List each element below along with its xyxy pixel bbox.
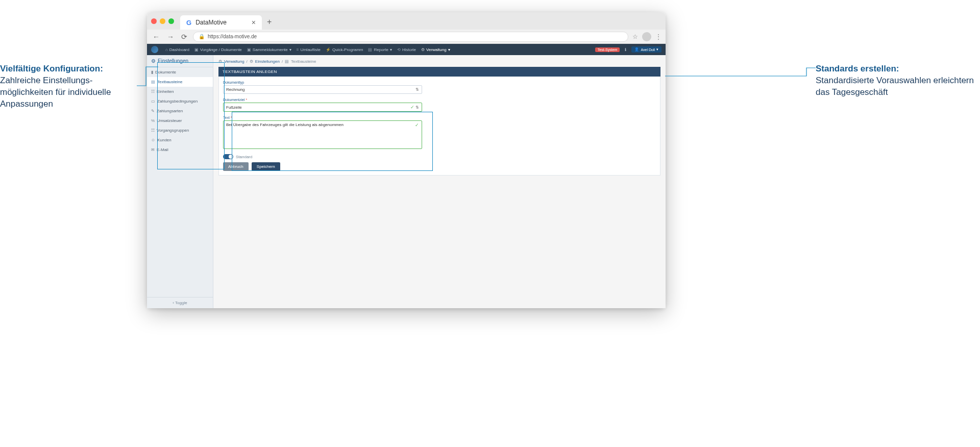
users-icon: ☺ bbox=[151, 138, 155, 142]
url-input[interactable]: 🔒 https://data-motive.de bbox=[193, 32, 628, 42]
cancel-button[interactable]: Abbruch bbox=[223, 162, 249, 171]
browser-titlebar: G DataMotive × + bbox=[147, 12, 666, 30]
panel-body: Dokumenttyp Rechnung ⇅ Dokumentziel * Fu… bbox=[218, 77, 660, 176]
app-logo-icon[interactable] bbox=[151, 46, 158, 53]
lock-icon: 🔒 bbox=[199, 34, 205, 39]
chevron-down-icon: ⇅ bbox=[415, 87, 419, 92]
sidebar-item-dokumente[interactable]: ▮Dokumente bbox=[147, 67, 213, 77]
favicon-icon: G bbox=[186, 19, 191, 27]
text-icon: ▤ bbox=[151, 80, 155, 84]
sidebar-item-kunden[interactable]: ☺Kunden bbox=[147, 135, 213, 145]
browser-urlbar: ← → ⟳ 🔒 https://data-motive.de ☆ ⋮ bbox=[147, 30, 666, 44]
nav-verwaltung[interactable]: ⚙Verwaltung ▾ bbox=[421, 47, 450, 52]
user-icon: 👤 bbox=[634, 47, 639, 52]
save-button[interactable]: Speichern bbox=[252, 162, 280, 171]
browser-tab[interactable]: G DataMotive × bbox=[180, 15, 262, 30]
text-textarea[interactable] bbox=[223, 120, 422, 149]
chevron-down-icon: ⇅ bbox=[415, 105, 419, 110]
menu-icon[interactable]: ⋮ bbox=[655, 33, 662, 40]
gear-icon: ⚙ bbox=[151, 58, 156, 64]
star-icon[interactable]: ☆ bbox=[632, 33, 638, 40]
payment-icon: ✎ bbox=[151, 109, 155, 113]
sidebar-title: ⚙ Einstellungen bbox=[147, 55, 213, 67]
tab-title: DataMotive bbox=[195, 19, 227, 26]
gear-icon: ⚙ bbox=[250, 59, 253, 64]
minimize-window-icon[interactable] bbox=[160, 18, 165, 24]
url-text: https://data-motive.de bbox=[208, 34, 257, 39]
sidebar-item-zahlungsbedingungen[interactable]: ▭Zahlungsbedingungen bbox=[147, 96, 213, 106]
app-navbar: ⌂Dashboard ▣Vorgänge / Dokumente ▣Sammel… bbox=[147, 44, 666, 55]
standard-label: Standard bbox=[236, 155, 252, 159]
reload-icon[interactable]: ⟳ bbox=[180, 33, 189, 41]
annotation-left-title: Vielfältige Konfiguration: bbox=[0, 64, 103, 73]
folder-icon: ▣ bbox=[194, 47, 199, 52]
panel-header: TEXTBAUSTEIN ANLEGEN bbox=[218, 67, 660, 77]
units-icon: ☷ bbox=[151, 89, 155, 94]
standard-toggle[interactable] bbox=[223, 154, 233, 159]
main-content: ⚙ Verwaltung / ⚙ Einstellungen / ▤ Textb… bbox=[213, 55, 666, 308]
cogs-icon: ⚙ bbox=[421, 47, 425, 52]
sidebar-item-email[interactable]: ✉E-Mail bbox=[147, 145, 213, 155]
group-icon: ☷ bbox=[151, 128, 155, 133]
percent-icon: % bbox=[151, 118, 155, 123]
chart-icon: ▤ bbox=[368, 47, 372, 52]
browser-window: G DataMotive × + ← → ⟳ 🔒 https://data-mo… bbox=[147, 12, 666, 308]
dashboard-icon: ⌂ bbox=[165, 47, 168, 52]
annotation-right: Standards erstellen: Standardisierte Vor… bbox=[816, 63, 974, 98]
annotation-right-body: Standardisierte Vorauswahlen erleichtern… bbox=[816, 76, 974, 97]
card-icon: ▭ bbox=[151, 99, 155, 104]
folder-icon: ▣ bbox=[247, 47, 251, 52]
nav-sammeldokumente[interactable]: ▣Sammeldokumente ▾ bbox=[247, 47, 291, 52]
dokumentziel-select[interactable]: Fußzeile ✓ ⇅ bbox=[223, 103, 422, 112]
breadcrumb: ⚙ Verwaltung / ⚙ Einstellungen / ▤ Textb… bbox=[218, 59, 660, 64]
window-controls[interactable] bbox=[151, 18, 174, 24]
sidebar-item-einheiten[interactable]: ☷Einheiten bbox=[147, 87, 213, 96]
nav-quickprogramm[interactable]: ⚡Quick-Programm bbox=[326, 47, 363, 52]
file-icon: ▮ bbox=[151, 70, 153, 74]
back-icon[interactable]: ← bbox=[151, 33, 161, 41]
cogs-icon: ⚙ bbox=[218, 59, 222, 64]
sidebar-toggle[interactable]: ‹ Toggle bbox=[147, 297, 213, 308]
nav-vorgaenge[interactable]: ▣Vorgänge / Dokumente bbox=[194, 47, 242, 52]
new-tab-icon[interactable]: + bbox=[267, 17, 272, 27]
check-icon: ✓ bbox=[410, 105, 414, 110]
sidebar-item-zahlungsarten[interactable]: ✎Zahlungsarten bbox=[147, 106, 213, 116]
forward-icon[interactable]: → bbox=[165, 33, 176, 41]
test-system-badge: Test-System bbox=[595, 47, 620, 52]
settings-sidebar: ⚙ Einstellungen ▮Dokumente ▤Textbaustein… bbox=[147, 55, 213, 308]
check-icon: ✓ bbox=[415, 122, 419, 128]
breadcrumb-textbausteine: Textbausteine bbox=[291, 59, 316, 64]
text-icon: ▤ bbox=[285, 59, 289, 64]
notification-icon[interactable]: ℹ bbox=[625, 47, 626, 52]
profile-avatar-icon[interactable] bbox=[642, 32, 651, 41]
user-menu[interactable]: 👤Axel Doll ▾ bbox=[631, 46, 662, 53]
sidebar-item-umsatzsteuer[interactable]: %Umsatzsteuer bbox=[147, 116, 213, 126]
bolt-icon: ⚡ bbox=[326, 47, 331, 52]
annotation-left-body: Zahlreiche Einstellungs-möglichkeiten fü… bbox=[0, 76, 111, 109]
sidebar-item-vorgangsgruppen[interactable]: ☷Vorgangsgruppen bbox=[147, 126, 213, 135]
sidebar-item-textbausteine[interactable]: ▤Textbausteine bbox=[147, 77, 213, 87]
text-label: Text * bbox=[223, 116, 422, 119]
mail-icon: ✉ bbox=[151, 147, 155, 152]
dokumentziel-label: Dokumentziel * bbox=[223, 98, 422, 102]
clock-icon: ⟲ bbox=[397, 47, 401, 52]
breadcrumb-einstellungen[interactable]: Einstellungen bbox=[255, 59, 280, 64]
breadcrumb-verwaltung[interactable]: Verwaltung bbox=[224, 59, 244, 64]
tab-close-icon[interactable]: × bbox=[252, 18, 256, 27]
nav-reporte[interactable]: ▤Reporte ▾ bbox=[368, 47, 391, 52]
close-window-icon[interactable] bbox=[151, 18, 157, 24]
list-icon: ≡ bbox=[297, 47, 299, 52]
nav-umlaufliste[interactable]: ≡Umlaufliste bbox=[297, 47, 321, 52]
dokumenttyp-label: Dokumenttyp bbox=[223, 81, 422, 84]
nav-historie[interactable]: ⟲Historie bbox=[397, 47, 416, 52]
nav-dashboard[interactable]: ⌂Dashboard bbox=[165, 47, 189, 52]
annotation-right-title: Standards erstellen: bbox=[816, 64, 899, 73]
maximize-window-icon[interactable] bbox=[168, 18, 174, 24]
annotation-left: Vielfältige Konfiguration: Zahlreiche Ei… bbox=[0, 63, 142, 110]
dokumenttyp-select[interactable]: Rechnung ⇅ bbox=[223, 85, 422, 94]
